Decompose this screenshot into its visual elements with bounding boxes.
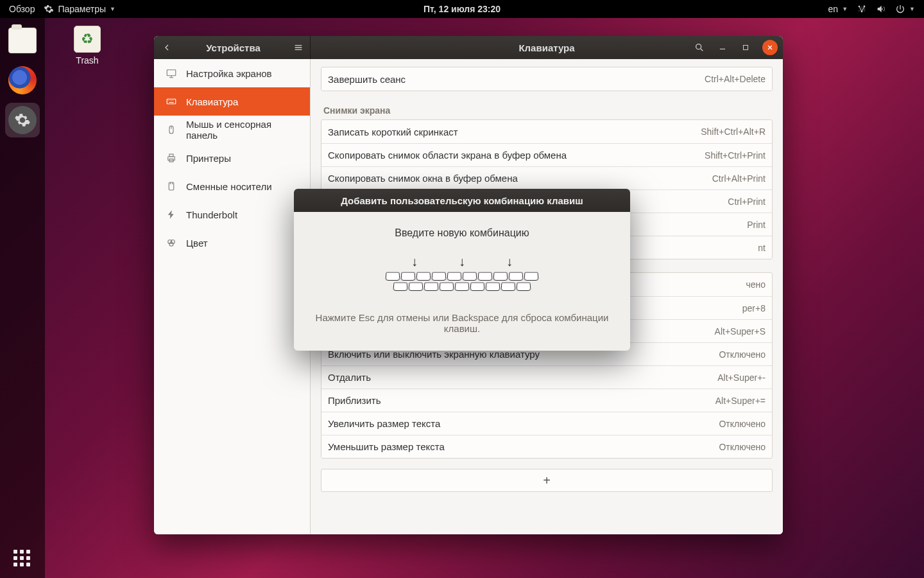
network-icon[interactable]	[857, 4, 867, 14]
chevron-down-icon: ▼	[110, 6, 116, 12]
sidebar-item-mouse[interactable]: Мышь и сенсорная панель	[154, 116, 310, 144]
shortcut-row[interactable]: Записать короткий скринкастShift+Ctrl+Al…	[321, 120, 772, 143]
shortcut-accel: Отключено	[719, 442, 766, 452]
sidebar-item-label: Цвет	[186, 238, 208, 249]
shortcut-accel: nt	[758, 243, 766, 253]
sidebar-item-thunderbolt[interactable]: Thunderbolt	[154, 200, 310, 229]
app-menu[interactable]: Параметры ▼	[44, 4, 116, 14]
search-button[interactable]	[688, 36, 711, 59]
files-icon	[8, 28, 37, 53]
thunderbolt-icon	[166, 209, 177, 220]
shortcut-accel: Alt+Super+=	[715, 396, 766, 406]
color-icon	[166, 237, 177, 249]
shortcut-accel: Ctrl+Alt+Print	[712, 173, 766, 184]
arrow-down-icon: ↓	[506, 254, 513, 269]
shortcut-label: Отдалить	[328, 372, 717, 383]
firefox-icon	[8, 66, 37, 94]
close-button[interactable]	[762, 40, 778, 55]
shortcut-row[interactable]: Уменьшить размер текстаОтключено	[321, 435, 772, 458]
dialog-prompt: Введите новую комбинацию	[307, 227, 617, 239]
trash-icon: ♻	[74, 26, 101, 53]
top-panel: Обзор Параметры ▼ Пт, 12 июля 23:20 en▼ …	[0, 0, 924, 18]
shortcut-accel: Print	[747, 220, 766, 230]
svg-rect-10	[169, 154, 173, 157]
removable-icon	[166, 180, 177, 192]
shortcut-accel: per+8	[742, 303, 766, 313]
shortcut-row[interactable]: Увеличить размер текстаОтключено	[321, 412, 772, 435]
hamburger-button[interactable]	[287, 42, 310, 53]
window-header: Устройства Клавиатура	[154, 36, 783, 59]
show-apps[interactable]	[0, 550, 45, 568]
dialog-title: Добавить пользовательскую комбинацию кла…	[294, 189, 630, 212]
keyboard-icon	[166, 96, 177, 107]
clock[interactable]: Пт, 12 июля 23:20	[424, 4, 501, 14]
shortcut-accel: Ctrl+Print	[728, 197, 766, 207]
mouse-icon	[166, 124, 177, 136]
shortcut-label: Уменьшить размер текста	[328, 441, 719, 452]
chevron-down-icon: ▼	[909, 6, 915, 12]
volume-icon[interactable]	[876, 4, 886, 14]
sidebar-item-keyboard[interactable]: Клавиатура	[154, 87, 310, 116]
shortcut-accel: Alt+Super+-	[717, 372, 766, 383]
sidebar-item-displays[interactable]: Настройка экранов	[154, 59, 310, 87]
sidebar-item-label: Настройка экранов	[186, 68, 272, 79]
dock	[0, 18, 45, 578]
shortcut-label: Приблизить	[328, 395, 715, 406]
sidebar-title: Устройства	[180, 42, 287, 53]
sidebar-item-color[interactable]: Цвет	[154, 229, 310, 257]
app-menu-label: Параметры	[58, 4, 106, 14]
chevron-down-icon: ▼	[842, 6, 848, 12]
activities-button[interactable]: Обзор	[9, 4, 35, 14]
back-button[interactable]	[154, 42, 180, 53]
displays-icon	[166, 67, 177, 79]
sidebar-item-label: Принтеры	[186, 153, 231, 164]
desktop-trash[interactable]: ♻ Trash	[62, 26, 113, 66]
shortcut-accel: Отключено	[719, 419, 766, 429]
activities-label: Обзор	[9, 4, 35, 14]
clock-label: Пт, 12 июля 23:20	[424, 4, 501, 14]
shortcut-row[interactable]: ОтдалитьAlt+Super+-	[321, 365, 772, 389]
settings-sidebar: Настройка экранов Клавиатура Мышь и сенс…	[154, 59, 311, 534]
system-menu[interactable]: ▼	[895, 4, 915, 14]
section-title-screenshots: Снимки экрана	[323, 105, 770, 116]
shortcut-label: Завершить сеанс	[328, 74, 705, 85]
svg-rect-7	[167, 99, 176, 104]
maximize-button[interactable]	[734, 36, 757, 59]
lang-label: en	[828, 4, 839, 14]
arrow-down-icon: ↓	[459, 254, 465, 269]
printer-icon	[166, 152, 177, 164]
dock-files[interactable]	[5, 23, 40, 58]
shortcut-accel: Shift+Ctrl+Print	[705, 150, 766, 161]
shortcut-row[interactable]: Скопировать снимок окна в буфер обменаCt…	[321, 166, 772, 189]
sidebar-item-printers[interactable]: Принтеры	[154, 144, 310, 172]
sidebar-item-removable[interactable]: Сменные носители	[154, 172, 310, 200]
gear-icon	[44, 4, 54, 14]
sidebar-item-label: Мышь и сенсорная панель	[186, 119, 298, 141]
shortcut-label: Скопировать снимок окна в буфер обмена	[328, 173, 712, 184]
dock-settings[interactable]	[5, 103, 40, 137]
svg-rect-5	[744, 46, 748, 50]
power-icon	[895, 4, 905, 14]
sidebar-item-label: Сменные носители	[186, 181, 272, 192]
shortcut-row[interactable]: ПриблизитьAlt+Super+=	[321, 389, 772, 412]
svg-rect-9	[168, 157, 175, 161]
shortcut-accel: Ctrl+Alt+Delete	[705, 74, 766, 84]
shortcut-accel: Shift+Ctrl+Alt+R	[701, 127, 766, 137]
add-shortcut-button[interactable]: +	[321, 469, 773, 492]
input-language[interactable]: en▼	[828, 4, 848, 14]
add-shortcut-dialog: Добавить пользовательскую комбинацию кла…	[294, 189, 630, 351]
shortcut-row[interactable]: Завершить сеанс Ctrl+Alt+Delete	[321, 67, 772, 91]
arrow-down-icon: ↓	[411, 254, 418, 269]
svg-rect-12	[169, 182, 174, 190]
sidebar-item-label: Клавиатура	[186, 96, 238, 107]
plus-icon: +	[543, 473, 551, 488]
dialog-hint: Нажмите Esc для отмены или Backspace для…	[307, 312, 617, 334]
shortcut-row[interactable]: Скопировать снимок области экрана в буфе…	[321, 143, 772, 166]
dock-firefox[interactable]	[5, 63, 40, 98]
keyboard-illustration: ↓↓↓	[379, 254, 545, 301]
svg-point-3	[696, 44, 701, 49]
shortcut-accel: Alt+Super+S	[715, 326, 766, 337]
minimize-button[interactable]	[711, 36, 734, 59]
page-title: Клавиатура	[518, 42, 574, 53]
shortcut-label: Увеличить размер текста	[328, 418, 719, 429]
